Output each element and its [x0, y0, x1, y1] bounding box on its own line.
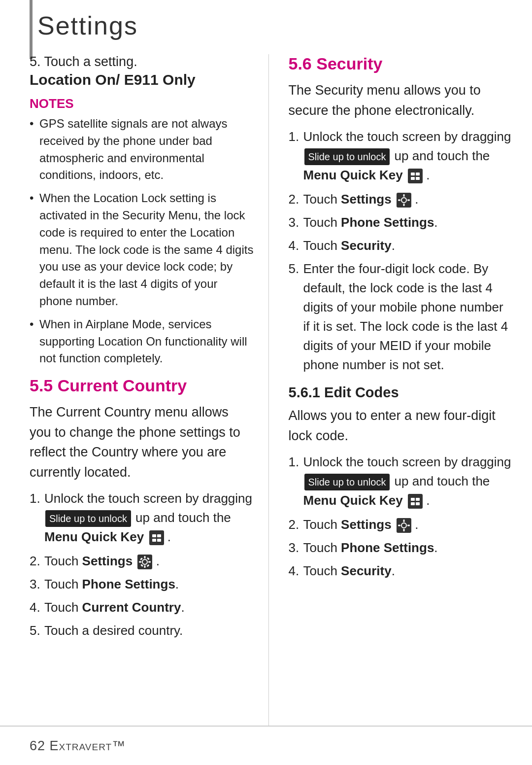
- svg-rect-8: [144, 565, 146, 568]
- step-item: 4. Touch Security.: [289, 236, 513, 255]
- section561-heading: 5.6.1 Edit Codes: [289, 384, 513, 401]
- step-item: 2. Touch Settings .: [289, 190, 513, 209]
- step-item: 3. Touch Phone Settings.: [30, 575, 254, 594]
- step-item: 1. Unlock the touch screen by dragging S…: [289, 452, 513, 510]
- svg-rect-0: [149, 530, 164, 545]
- svg-rect-24: [398, 200, 400, 201]
- section561-steps: 1. Unlock the touch screen by dragging S…: [289, 452, 513, 581]
- menu-quick-key-icon: [408, 169, 423, 183]
- note-item: When in Airplane Mode, services supporti…: [30, 316, 254, 367]
- step-item: 5. Enter the four-digit lock code. By de…: [289, 259, 513, 375]
- step-item: 2. Touch Settings .: [30, 552, 254, 571]
- section55-para: The Current Country menu allows you to c…: [30, 402, 254, 482]
- section56-para: The Security menu allows you to secure t…: [289, 80, 513, 120]
- section56-heading: 5.6 Security: [289, 54, 513, 73]
- section56-steps: 1. Unlock the touch screen by dragging S…: [289, 127, 513, 375]
- step-item: 2. Touch Settings .: [289, 515, 513, 534]
- settings-icon: [397, 193, 411, 208]
- svg-rect-25: [407, 200, 410, 201]
- notes-list: GPS satellite signals are not always rec…: [30, 115, 254, 367]
- svg-rect-16: [411, 173, 415, 175]
- section55-steps: 1. Unlock the touch screen by dragging S…: [30, 489, 254, 640]
- svg-rect-3: [152, 539, 156, 542]
- svg-rect-28: [416, 498, 420, 501]
- svg-rect-36: [407, 525, 410, 526]
- svg-rect-7: [144, 556, 146, 558]
- svg-rect-34: [403, 529, 404, 531]
- settings-icon: [397, 518, 411, 533]
- svg-rect-9: [139, 561, 141, 563]
- menu-quick-key-icon: [149, 530, 164, 545]
- footer-text: 62 Extravert™: [30, 738, 126, 754]
- step5-intro: 5. Touch a setting. Location On/ E911 On…: [30, 54, 254, 88]
- svg-rect-35: [398, 525, 400, 526]
- location-subtitle: Location On/ E911 Only: [30, 71, 254, 88]
- svg-rect-27: [411, 498, 415, 501]
- section561-para: Allows you to enter a new four-digit loc…: [289, 406, 513, 446]
- accent-bar: [30, 0, 33, 59]
- note-item: When the Location Lock setting is activa…: [30, 190, 254, 310]
- step-item: 3. Touch Phone Settings.: [289, 213, 513, 232]
- step-item: 5. Touch a desired country.: [30, 621, 254, 640]
- svg-rect-10: [148, 561, 151, 563]
- menu-quick-key-icon: [408, 494, 423, 509]
- page: Settings 5. Touch a setting. Location On…: [0, 0, 532, 765]
- svg-rect-30: [416, 502, 420, 505]
- note-item: GPS satellite signals are not always rec…: [30, 115, 254, 184]
- svg-rect-22: [403, 194, 404, 197]
- step-item: 4. Touch Current Country.: [30, 598, 254, 617]
- footer: 62 Extravert™: [0, 726, 532, 765]
- settings-icon: [137, 555, 152, 569]
- svg-rect-33: [403, 520, 404, 522]
- svg-rect-2: [157, 534, 161, 537]
- svg-rect-18: [411, 177, 415, 180]
- svg-rect-15: [408, 169, 423, 183]
- step-item: 1. Unlock the touch screen by dragging S…: [30, 489, 254, 547]
- step-item: 1. Unlock the touch screen by dragging S…: [289, 127, 513, 185]
- svg-rect-17: [416, 173, 420, 175]
- svg-rect-4: [157, 539, 161, 542]
- section55-heading: 5.5 Current Country: [30, 376, 254, 395]
- slide-badge: Slide up to unlock: [45, 510, 131, 527]
- right-column: 5.6 Security The Security menu allows yo…: [269, 54, 513, 726]
- step5-text: 5. Touch a setting.: [30, 54, 254, 70]
- slide-badge: Slide up to unlock: [304, 148, 390, 165]
- svg-rect-26: [408, 494, 423, 509]
- svg-rect-29: [411, 502, 415, 505]
- svg-rect-19: [416, 177, 420, 180]
- svg-rect-1: [152, 534, 156, 537]
- step-item: 4. Touch Security.: [289, 561, 513, 581]
- left-column: 5. Touch a setting. Location On/ E911 On…: [30, 54, 269, 726]
- svg-rect-23: [403, 204, 404, 206]
- page-title: Settings: [37, 11, 138, 40]
- slide-badge: Slide up to unlock: [304, 474, 390, 490]
- step-item: 3. Touch Phone Settings.: [289, 538, 513, 557]
- notes-label: NOTES: [30, 96, 254, 111]
